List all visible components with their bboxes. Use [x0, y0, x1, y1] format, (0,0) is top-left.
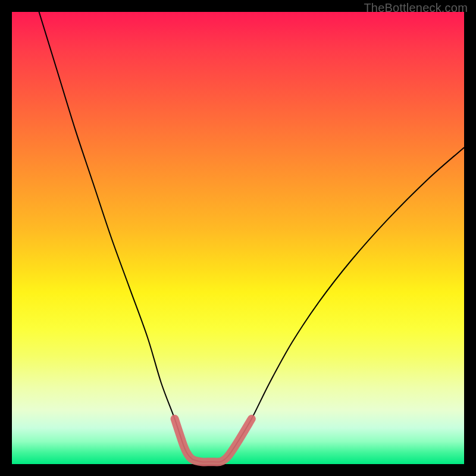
curve-layer: [12, 12, 464, 464]
chart-frame: TheBottleneck.com: [0, 0, 476, 476]
plot-area: [12, 12, 464, 464]
series-left-branch: [39, 12, 193, 459]
valley-highlight: [175, 419, 252, 462]
series-right-branch: [224, 148, 464, 459]
